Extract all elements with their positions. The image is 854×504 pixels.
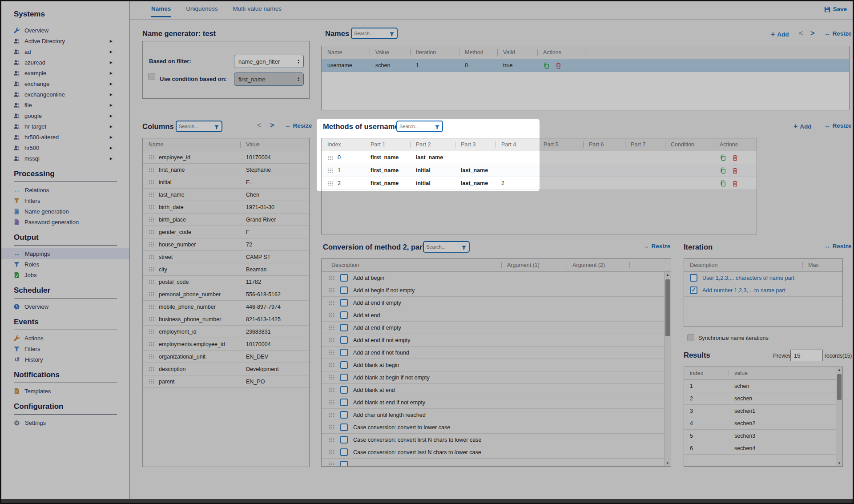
drag-handle[interactable] — [149, 230, 155, 234]
drag-handle[interactable] — [149, 217, 155, 222]
drag-handle[interactable] — [149, 304, 155, 309]
copy-icon[interactable] — [543, 62, 550, 69]
methods-add-button[interactable]: +Add — [794, 122, 812, 130]
table-row[interactable]: descriptionDevelopment — [143, 363, 309, 375]
row-checkbox[interactable] — [340, 374, 348, 381]
result-row[interactable]: 5sechen3 — [684, 430, 842, 442]
column-header[interactable]: Description — [322, 259, 501, 271]
chevron-right-icon[interactable]: ▶ — [110, 125, 113, 129]
methods-resize-button[interactable]: ↔Resize — [824, 122, 851, 129]
row-checkbox[interactable] — [340, 274, 348, 282]
column-header[interactable]: Description — [684, 259, 802, 271]
row-checkbox[interactable] — [340, 386, 348, 394]
names-add-button[interactable]: +Add — [771, 30, 789, 38]
chevron-right-icon[interactable]: ▶ — [110, 157, 113, 161]
sidebar-item-exchangeonline[interactable]: exchangeonline ▶ — [1, 89, 129, 100]
column-header[interactable]: index — [684, 367, 729, 379]
filter-icon[interactable] — [435, 124, 440, 129]
column-header[interactable]: Argument (2) — [567, 259, 629, 271]
drag-handle[interactable] — [149, 242, 155, 247]
column-header[interactable]: Max — [802, 259, 832, 271]
scroll-down-icon[interactable]: ▼ — [665, 460, 671, 466]
filter-icon[interactable] — [214, 124, 219, 129]
table-row[interactable]: employment_id23683831 — [143, 326, 309, 338]
row-checkbox[interactable] — [340, 286, 348, 294]
drag-handle[interactable] — [149, 180, 155, 185]
sidebar-item-example[interactable]: example ▶ — [1, 68, 129, 78]
sidebar-item-filters-events[interactable]: Filters — [1, 343, 129, 354]
delete-icon[interactable] — [732, 154, 738, 161]
column-header[interactable]: Argument (1) — [501, 259, 567, 271]
names-next-button[interactable]: > — [810, 29, 814, 37]
column-header[interactable]: Part 7 — [625, 138, 665, 151]
scroll-up-icon[interactable]: ▲ — [836, 367, 842, 373]
table-row[interactable]: birth_placeGrand River — [143, 214, 309, 226]
table-row[interactable]: birth_date1971-01-30 — [143, 201, 309, 214]
drag-handle[interactable] — [149, 367, 155, 371]
use-condition-checkbox[interactable] — [148, 73, 155, 80]
copy-icon[interactable] — [720, 180, 726, 187]
row-checkbox[interactable] — [340, 299, 348, 306]
table-row[interactable]: employee_id10170004 — [143, 151, 309, 164]
part4-edit-value[interactable]: 1 — [495, 180, 538, 186]
column-header[interactable]: Part 5 — [538, 138, 583, 151]
sidebar-item-password-generation[interactable]: Password generation — [1, 217, 129, 227]
scroll-down-icon[interactable]: ▼ — [836, 460, 842, 466]
conversion-row[interactable]: Add at end if not found — [322, 347, 671, 359]
drag-handle[interactable] — [329, 350, 335, 355]
sidebar-item-mappings[interactable]: ↔ Mappings — [1, 248, 129, 259]
sidebar-item-settings[interactable]: ⚙ Settings — [1, 417, 129, 428]
conversion-row[interactable]: Add blank at end — [322, 384, 671, 396]
sidebar-item-templates[interactable]: Templates — [1, 386, 129, 396]
row-checkbox[interactable] — [690, 274, 697, 282]
chevron-right-icon[interactable]: ▶ — [110, 50, 113, 54]
conversion-row[interactable]: Add at end if not empty — [322, 334, 671, 347]
table-row[interactable]: personal_phone_number556-618-5162 — [143, 288, 309, 301]
chevron-right-icon[interactable]: ▶ — [110, 103, 113, 107]
drag-handle[interactable] — [329, 313, 335, 318]
scroll-up-icon[interactable]: ▲ — [665, 272, 671, 278]
row-checkbox[interactable] — [340, 411, 348, 419]
column-header[interactable]: Part 2 — [410, 138, 455, 151]
row-checkbox[interactable] — [340, 324, 348, 331]
result-row[interactable]: 2sechen — [684, 392, 842, 405]
row-checkbox[interactable] — [340, 448, 348, 456]
drag-handle[interactable] — [149, 292, 155, 297]
row-checkbox[interactable] — [340, 423, 348, 431]
copy-icon[interactable] — [720, 167, 726, 174]
iteration-row[interactable]: Add number 1,2,3,... to name part — [684, 284, 842, 297]
sidebar-item-history[interactable]: ↺ History — [1, 354, 129, 365]
table-row[interactable]: employments.employee_id10170004 — [143, 338, 309, 351]
row-checkbox[interactable] — [340, 361, 348, 369]
drag-handle[interactable] — [149, 317, 155, 322]
conversion-row[interactable]: Add blank at begin — [322, 359, 671, 371]
tab-names[interactable]: Names — [151, 5, 171, 17]
sidebar-item-name-generation[interactable]: Name generation — [1, 206, 129, 217]
drag-handle[interactable] — [329, 450, 335, 455]
sidebar-item-overview[interactable]: Overview — [1, 25, 129, 36]
sidebar-item-active-directory[interactable]: Active Directory ▶ — [1, 36, 129, 46]
drag-handle[interactable] — [329, 375, 335, 380]
synchronize-checkbox[interactable] — [687, 334, 694, 341]
drag-handle[interactable] — [329, 462, 335, 467]
drag-handle[interactable] — [149, 379, 155, 384]
table-row[interactable]: mobile_phone_number446-897-7974 — [143, 301, 309, 313]
table-row[interactable]: house_number72 — [143, 238, 309, 251]
table-row[interactable]: gender_codeF — [143, 226, 309, 238]
table-row[interactable]: parentEN_PO — [143, 375, 309, 388]
row-checkbox-checked[interactable] — [690, 286, 697, 294]
table-row[interactable]: postal_code11782 — [143, 276, 309, 288]
result-row[interactable]: 1schen — [684, 380, 842, 392]
drag-handle[interactable] — [329, 288, 335, 293]
drag-handle[interactable] — [149, 205, 155, 210]
column-header[interactable]: Name — [143, 138, 240, 151]
drag-handle[interactable] — [149, 155, 155, 160]
conversion-row[interactable]: Add at end if empty — [322, 322, 671, 334]
sidebar-item-roles[interactable]: Roles — [1, 259, 129, 270]
conversion-row[interactable]: Add blank at begin if not empty — [322, 371, 671, 384]
columns-resize-button[interactable]: ↔Resize — [285, 122, 312, 129]
conversion-row[interactable]: Add blank at end if not empty — [322, 396, 671, 409]
conversion-row[interactable]: Case conversion: convert to lower case — [322, 421, 671, 434]
column-header[interactable]: Part 1 — [365, 138, 410, 151]
row-checkbox[interactable] — [340, 349, 348, 356]
